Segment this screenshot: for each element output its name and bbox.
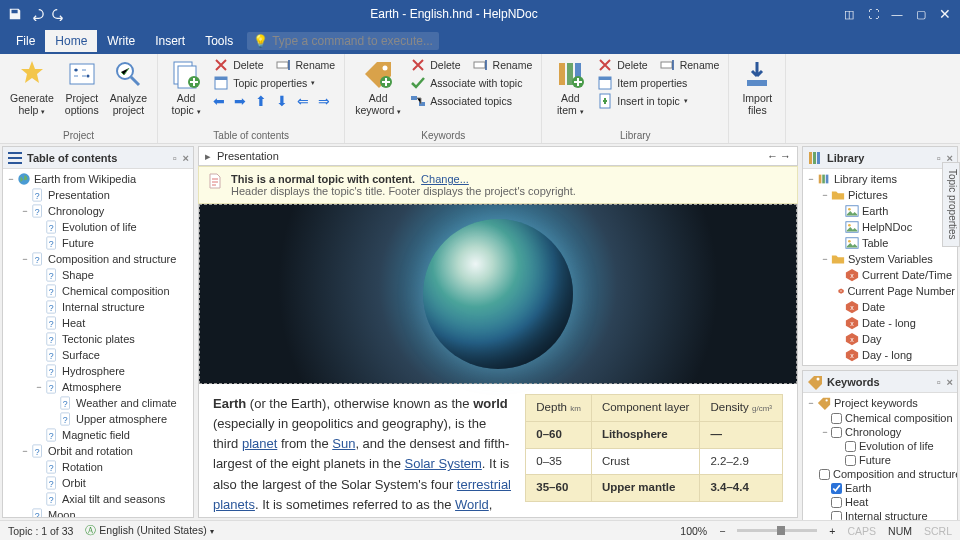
move-arrow-1[interactable]: ➡ — [231, 92, 249, 110]
tree-node[interactable]: Heat — [803, 495, 957, 509]
tree-node[interactable]: ?Axial tilt and seasons — [3, 491, 193, 507]
tree-node[interactable]: ?Tectonic plates — [3, 331, 193, 347]
menu-insert[interactable]: Insert — [145, 30, 195, 52]
ribbon-rename[interactable]: Rename — [657, 56, 723, 74]
save-icon[interactable] — [8, 7, 22, 21]
nav-fwd-icon[interactable]: → — [780, 150, 791, 162]
menu-write[interactable]: Write — [97, 30, 145, 52]
chevron-right-icon[interactable]: ▸ — [205, 150, 211, 163]
tree-node[interactable]: ?Hydrosphere — [3, 363, 193, 379]
tree-node[interactable]: xCurrent Page Number — [803, 283, 957, 299]
panel-close-icon[interactable]: × — [947, 376, 953, 388]
menu-tools[interactable]: Tools — [195, 30, 243, 52]
generate-help[interactable]: Generatehelp ▾ — [6, 56, 58, 128]
tree-node[interactable]: ?Future — [3, 235, 193, 251]
zoom-in-icon[interactable]: + — [829, 525, 835, 537]
move-arrow-3[interactable]: ⬇ — [273, 92, 291, 110]
pin-icon[interactable]: ▫ — [173, 152, 177, 164]
add-topic[interactable]: Addtopic ▾ — [164, 56, 208, 128]
keyword-checkbox[interactable] — [831, 427, 842, 438]
tree-node[interactable]: −?Atmosphere — [3, 379, 193, 395]
keyword-checkbox[interactable] — [831, 413, 842, 424]
ribbon-delete[interactable]: Delete — [210, 56, 266, 74]
nav-back-icon[interactable]: ← — [767, 150, 778, 162]
tree-node[interactable]: xDay — [803, 331, 957, 347]
ribbon-rename[interactable]: Rename — [273, 56, 339, 74]
tree-node[interactable]: Table — [803, 235, 957, 251]
tree-node[interactable]: ?Chemical composition — [3, 283, 193, 299]
fullscreen-icon[interactable]: ⛶ — [866, 7, 880, 21]
tree-node[interactable]: −System Variables — [803, 251, 957, 267]
ribbon-topic-properties[interactable]: Topic properties ▾ — [210, 74, 318, 92]
link-planet[interactable]: planet — [242, 436, 277, 451]
menu-file[interactable]: File — [6, 30, 45, 52]
tree-node[interactable]: Composition and structure — [803, 467, 957, 481]
pin-icon[interactable]: ▫ — [937, 152, 941, 164]
ribbon-insert-in-topic[interactable]: Insert in topic ▾ — [594, 92, 690, 110]
tree-node[interactable]: ?Orbit — [3, 475, 193, 491]
redo-icon[interactable] — [52, 7, 66, 21]
ribbon-associate-with-topic[interactable]: Associate with topic — [407, 74, 525, 92]
move-arrow-5[interactable]: ⇒ — [315, 92, 333, 110]
move-arrow-0[interactable]: ⬅ — [210, 92, 228, 110]
tree-node[interactable]: ?Moon — [3, 507, 193, 517]
project-options[interactable]: Projectoptions — [60, 56, 104, 128]
close-icon[interactable]: ✕ — [938, 7, 952, 21]
link-terra[interactable]: Terra — [429, 517, 459, 518]
pin-icon[interactable]: ▫ — [937, 376, 941, 388]
ribbon-item-properties[interactable]: Item properties — [594, 74, 690, 92]
topic-properties-tab[interactable]: Topic properties — [942, 162, 960, 247]
tree-node[interactable]: −Earth from Wikipedia — [3, 171, 193, 187]
undo-icon[interactable] — [30, 7, 44, 21]
tree-node[interactable]: ?Upper atmosphere — [3, 411, 193, 427]
keyword-checkbox[interactable] — [845, 455, 856, 466]
panel-close-icon[interactable]: × — [183, 152, 189, 164]
window-helper-icon[interactable]: ◫ — [842, 7, 856, 21]
import-files[interactable]: Importfiles — [735, 56, 779, 139]
link-world[interactable]: World — [455, 497, 489, 512]
keyword-checkbox[interactable] — [831, 483, 842, 494]
keyword-checkbox[interactable] — [819, 469, 830, 480]
keyword-checkbox[interactable] — [845, 441, 856, 452]
zoom-slider[interactable] — [737, 529, 817, 532]
tree-node[interactable]: −Library items — [803, 171, 957, 187]
tree-node[interactable]: ?Shape — [3, 267, 193, 283]
tree-node[interactable]: ?Heat — [3, 315, 193, 331]
add-item[interactable]: Additem ▾ — [548, 56, 592, 128]
add-keyword[interactable]: Addkeyword ▾ — [351, 56, 405, 128]
keyword-checkbox[interactable] — [831, 497, 842, 508]
tree-node[interactable]: ?Presentation — [3, 187, 193, 203]
tree-node[interactable]: xDate — [803, 299, 957, 315]
tree-node[interactable]: −?Composition and structure — [3, 251, 193, 267]
link-solar-system[interactable]: Solar System — [405, 456, 482, 471]
ribbon-delete[interactable]: Delete — [407, 56, 463, 74]
maximize-icon[interactable]: ▢ — [914, 7, 928, 21]
tree-node[interactable]: Chemical composition — [803, 411, 957, 425]
tree-node[interactable]: ?Surface — [3, 347, 193, 363]
minimize-icon[interactable]: — — [890, 7, 904, 21]
tree-node[interactable]: ?Rotation — [3, 459, 193, 475]
tree-node[interactable]: −Project keywords — [803, 395, 957, 411]
tree-node[interactable]: ?Magnetic field — [3, 427, 193, 443]
status-lang[interactable]: Ⓐ English (United States) ▾ — [85, 524, 213, 538]
tree-node[interactable]: ?Evolution of life — [3, 219, 193, 235]
analyze-project[interactable]: Analyzeproject — [106, 56, 151, 128]
ribbon-associated-topics[interactable]: Associated topics — [407, 92, 515, 110]
ribbon-rename[interactable]: Rename — [470, 56, 536, 74]
tell-me-input[interactable]: 💡Type a command to execute... — [247, 32, 439, 50]
link-sun[interactable]: Sun — [332, 436, 355, 451]
ribbon-delete[interactable]: Delete — [594, 56, 650, 74]
zoom-out-icon[interactable]: − — [719, 525, 725, 537]
move-arrow-2[interactable]: ⬆ — [252, 92, 270, 110]
tree-node[interactable]: ?Internal structure — [3, 299, 193, 315]
notice-change-link[interactable]: Change... — [421, 173, 469, 185]
tree-node[interactable]: −?Orbit and rotation — [3, 443, 193, 459]
tree-node[interactable]: Evolution of life — [803, 439, 957, 453]
tree-node[interactable]: HelpNDoc — [803, 219, 957, 235]
breadcrumb-item[interactable]: Presentation — [217, 150, 279, 162]
tree-node[interactable]: Earth — [803, 481, 957, 495]
tree-node[interactable]: Earth — [803, 203, 957, 219]
tree-node[interactable]: xDay - long — [803, 347, 957, 363]
menu-home[interactable]: Home — [45, 30, 97, 52]
editor[interactable]: Depth kmComponent layerDensity g/cm³0–60… — [198, 204, 798, 518]
